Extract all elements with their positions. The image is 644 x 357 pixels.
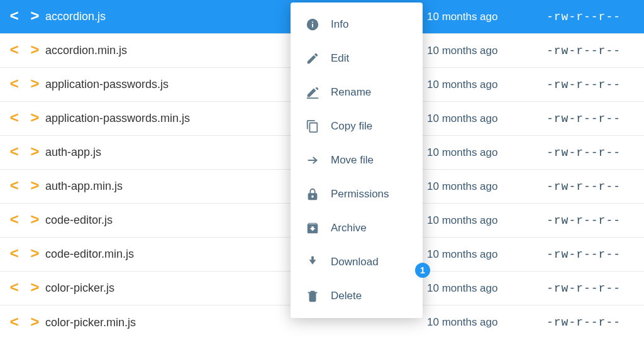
menu-edit[interactable]: Edit <box>291 41 423 75</box>
file-time: 10 months ago <box>427 316 547 329</box>
code-icon: < > <box>9 76 42 93</box>
code-icon: < > <box>9 144 42 161</box>
menu-delete[interactable]: Delete <box>291 279 423 313</box>
lock-icon <box>303 187 322 201</box>
menu-info[interactable]: Info <box>291 8 423 41</box>
menu-label: Edit <box>331 52 349 65</box>
code-icon: < > <box>9 314 42 331</box>
file-perm: -rw-r--r-- <box>547 113 644 125</box>
code-icon: < > <box>9 178 42 195</box>
code-icon: < > <box>9 280 42 297</box>
menu-download[interactable]: Download <box>291 245 423 279</box>
file-time: 10 months ago <box>427 113 547 125</box>
file-perm: -rw-r--r-- <box>547 79 644 91</box>
file-perm: -rw-r--r-- <box>547 45 644 57</box>
file-perm: -rw-r--r-- <box>547 316 644 329</box>
menu-label: Permissions <box>331 188 389 200</box>
file-perm: -rw-r--r-- <box>547 180 644 193</box>
menu-permissions[interactable]: Permissions <box>291 177 423 211</box>
arrow-right-icon <box>303 153 322 167</box>
info-icon <box>303 18 322 31</box>
file-perm: -rw-r--r-- <box>547 146 644 159</box>
file-time: 10 months ago <box>427 248 547 261</box>
menu-move[interactable]: Move file <box>291 143 423 177</box>
file-time: 10 months ago <box>427 180 547 193</box>
file-time: 10 months ago <box>427 214 547 227</box>
file-time: 10 months ago <box>427 146 547 159</box>
count-badge: 1 <box>415 263 430 278</box>
file-time: 10 months ago <box>427 11 547 23</box>
code-icon: < > <box>9 42 42 59</box>
file-perm: -rw-r--r-- <box>547 248 644 261</box>
file-perm: -rw-r--r-- <box>547 214 644 227</box>
menu-label: Move file <box>331 154 374 167</box>
menu-rename[interactable]: Rename <box>291 75 423 109</box>
file-time: 10 months ago <box>427 79 547 91</box>
menu-label: Copy file <box>331 120 372 133</box>
menu-label: Rename <box>331 86 371 99</box>
code-icon: < > <box>9 212 42 229</box>
menu-label: Info <box>331 18 348 31</box>
download-icon <box>303 255 322 269</box>
rename-icon <box>303 85 322 99</box>
context-menu: Info Edit Rename Copy file Move file Per… <box>291 3 423 318</box>
menu-archive[interactable]: Archive <box>291 211 423 245</box>
code-icon: < > <box>9 110 42 127</box>
menu-label: Archive <box>331 222 367 234</box>
pencil-icon <box>303 52 322 65</box>
file-perm: -rw-r--r-- <box>547 11 644 23</box>
file-time: 10 months ago <box>427 45 547 57</box>
copy-icon <box>303 119 322 133</box>
code-icon: < > <box>9 8 42 25</box>
file-time: 10 months ago <box>427 282 547 295</box>
menu-label: Download <box>331 256 379 268</box>
code-icon: < > <box>9 246 42 263</box>
menu-label: Delete <box>331 290 362 302</box>
trash-icon <box>303 289 322 303</box>
archive-icon <box>303 221 322 235</box>
file-perm: -rw-r--r-- <box>547 282 644 295</box>
menu-copy[interactable]: Copy file <box>291 109 423 143</box>
